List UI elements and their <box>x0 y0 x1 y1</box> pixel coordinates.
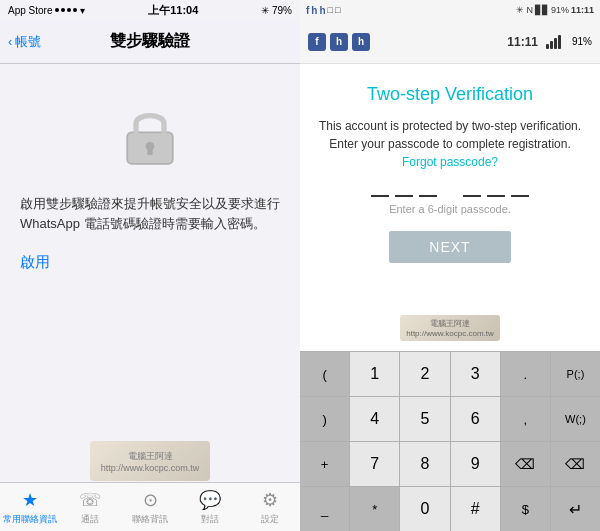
key-7[interactable]: 7 <box>350 442 400 486</box>
wa-description: This account is protected by two-step ve… <box>316 117 584 171</box>
key-period-label: . <box>523 367 527 382</box>
tab-info[interactable]: ⊙ 聯絡背訊 <box>120 489 180 526</box>
key-w-label: W(;) <box>565 413 586 425</box>
fb-f-icon: f <box>308 33 326 51</box>
key-0-label: 0 <box>420 500 429 518</box>
key-open-paren[interactable]: ( <box>300 352 350 396</box>
back-button[interactable]: ‹ 帳號 <box>8 33 41 51</box>
android-time: 11:11 <box>571 5 594 15</box>
right-panel: f h h □ □ ✳ N ▊▊ 91% 11:11 f h h 11:11 9… <box>300 0 600 531</box>
fb-icon-f: f <box>306 5 309 16</box>
passcode-hint: Enter a 6-digit passcode. <box>389 203 511 215</box>
key-enter[interactable]: ↵ <box>551 487 600 531</box>
fb-h-icon1: h <box>330 33 348 51</box>
key-3[interactable]: 3 <box>451 352 501 396</box>
key-dollar-label: $ <box>522 502 529 517</box>
passcode-dash-2 <box>395 195 413 197</box>
key-period[interactable]: . <box>501 352 551 396</box>
nav-title: 雙步驟驗證 <box>110 31 190 52</box>
key-dollar[interactable]: $ <box>501 487 551 531</box>
ios-nav-bar: ‹ 帳號 雙步驟驗證 <box>0 20 300 64</box>
key-2[interactable]: 2 <box>400 352 450 396</box>
tab-calls[interactable]: ☏ 通話 <box>60 489 120 526</box>
key-hash[interactable]: # <box>451 487 501 531</box>
wifi-icon: ▾ <box>80 5 85 16</box>
star-icon: ★ <box>22 489 38 511</box>
key-backspace[interactable]: ⌫ <box>501 442 551 486</box>
top-battery-pct: 91% <box>572 36 592 47</box>
back-label: 帳號 <box>15 33 41 51</box>
settings-icon: ⚙ <box>262 489 278 511</box>
fb-icon-h2: h <box>319 5 325 16</box>
key-backspace2[interactable]: ⌫ <box>551 442 600 486</box>
key-9-label: 9 <box>471 455 480 473</box>
enable-button[interactable]: 啟用 <box>20 253 50 272</box>
key-6[interactable]: 6 <box>451 397 501 441</box>
fb-h-icon2: h <box>352 33 370 51</box>
passcode-dash-1 <box>371 195 389 197</box>
tab-contacts[interactable]: ★ 常用聯絡資訊 <box>0 489 60 526</box>
key-hash-label: # <box>471 500 480 518</box>
key-underscore-label: _ <box>321 502 328 517</box>
ios-status-bar: App Store ▾ 上午11:04 ✳ 79% <box>0 0 300 20</box>
bluetooth-icon: ✳ <box>261 5 269 16</box>
key-close-paren[interactable]: ) <box>300 397 350 441</box>
square-icon1: □ <box>328 5 333 15</box>
keyboard-row-1: ( 1 2 3 . P(;) <box>300 351 600 396</box>
key-5[interactable]: 5 <box>400 397 450 441</box>
key-5-label: 5 <box>420 410 429 428</box>
keyboard-row-2: ) 4 5 6 , W(;) <box>300 396 600 441</box>
key-underscore[interactable]: _ <box>300 487 350 531</box>
status-left: App Store ▾ <box>8 5 85 16</box>
tab-chats[interactable]: 💬 對話 <box>180 489 240 526</box>
passcode-group-1 <box>371 191 437 197</box>
key-plus[interactable]: + <box>300 442 350 486</box>
key-1[interactable]: 1 <box>350 352 400 396</box>
next-button[interactable]: NEXT <box>389 231 510 263</box>
bluetooth-android-icon: ✳ <box>516 5 524 15</box>
key-close-paren-label: ) <box>322 412 326 427</box>
key-6-label: 6 <box>471 410 480 428</box>
android-status-icons-left: f h h □ □ <box>306 5 340 16</box>
key-w-semicolon[interactable]: W(;) <box>551 397 600 441</box>
key-3-label: 3 <box>471 365 480 383</box>
passcode-dash-5 <box>487 195 505 197</box>
tab-chats-label: 對話 <box>201 513 219 526</box>
wa-main-content: Two-step Verification This account is pr… <box>300 64 600 351</box>
wa-title: Two-step Verification <box>367 84 533 105</box>
passcode-dash-4 <box>463 195 481 197</box>
ios-description: 啟用雙步驟驗證來提升帳號安全以及要求進行 WhatsApp 電話號碼驗證時需要輸… <box>20 194 280 233</box>
signal-icon: ▊▊ <box>535 5 549 15</box>
android-status-bar: f h h □ □ ✳ N ▊▊ 91% 11:11 <box>300 0 600 20</box>
tab-settings-label: 設定 <box>261 513 279 526</box>
lock-icon <box>115 99 185 169</box>
tab-contacts-label: 常用聯絡資訊 <box>3 513 57 526</box>
passcode-dash-3 <box>419 195 437 197</box>
key-p-semicolon[interactable]: P(;) <box>551 352 600 396</box>
key-open-paren-label: ( <box>322 367 326 382</box>
chat-icon: 💬 <box>199 489 221 511</box>
keyboard: ( 1 2 3 . P(;) ) 4 5 6 , W(;) + 7 8 9 ⌫ … <box>300 351 600 531</box>
app-store-label: App Store <box>8 5 52 16</box>
keyboard-row-4: _ * 0 # $ ↵ <box>300 486 600 531</box>
key-asterisk[interactable]: * <box>350 487 400 531</box>
key-0[interactable]: 0 <box>400 487 450 531</box>
watermark-image-right: 電腦王阿達http://www.kocpc.com.tw <box>400 315 500 341</box>
key-8[interactable]: 8 <box>400 442 450 486</box>
key-4-label: 4 <box>370 410 379 428</box>
tab-settings[interactable]: ⚙ 設定 <box>240 489 300 526</box>
passcode-dash-6 <box>511 195 529 197</box>
watermark-right: 電腦王阿達http://www.kocpc.com.tw <box>300 315 600 341</box>
key-plus-label: + <box>321 457 329 472</box>
ios-tab-bar: ★ 常用聯絡資訊 ☏ 通話 ⊙ 聯絡背訊 💬 對話 ⚙ 設定 <box>0 482 300 531</box>
key-comma[interactable]: , <box>501 397 551 441</box>
fb-icons-group: f h h <box>308 33 370 51</box>
battery-label: 79% <box>272 5 292 16</box>
forgot-passcode-link[interactable]: Forgot passcode? <box>402 155 498 169</box>
android-battery: 91% <box>551 5 569 15</box>
android-top-bar: f h h 11:11 91% <box>300 20 600 64</box>
key-9[interactable]: 9 <box>451 442 501 486</box>
notification-icon: N <box>526 5 533 15</box>
key-4[interactable]: 4 <box>350 397 400 441</box>
tab-calls-label: 通話 <box>81 513 99 526</box>
